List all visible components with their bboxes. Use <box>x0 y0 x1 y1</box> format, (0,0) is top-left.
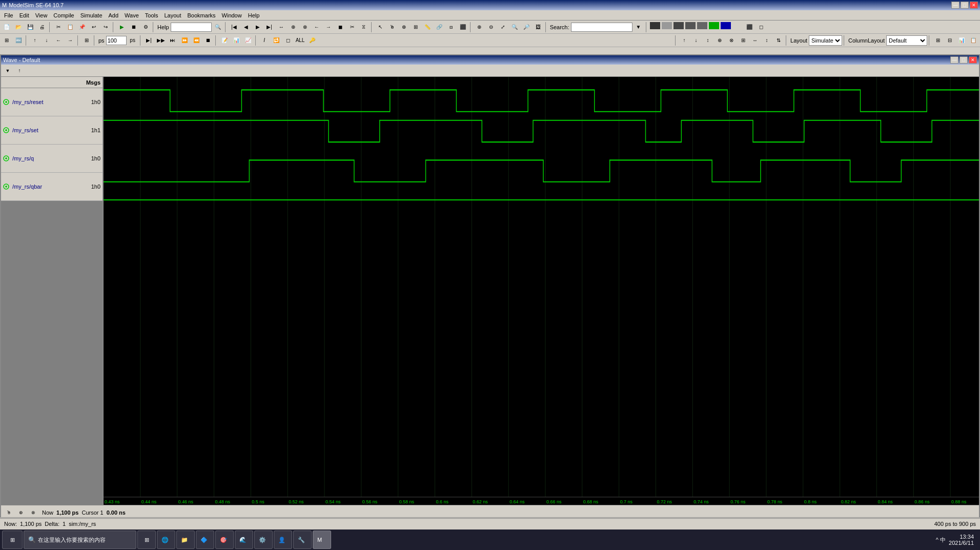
signal-row-q[interactable]: /my_rs/q 1h0 <box>1 145 103 173</box>
wave-nav-1[interactable]: |◀ <box>229 22 240 33</box>
menu-wave[interactable]: Wave <box>121 11 142 19</box>
search-go[interactable]: ▼ <box>633 22 644 33</box>
layout-btn-3[interactable]: 📊 <box>956 35 967 46</box>
wsub-1[interactable]: ▼ <box>2 65 13 76</box>
cursor-7[interactable]: ↔ <box>749 35 761 46</box>
layout-select[interactable]: Simulate Debug Default <box>809 35 842 46</box>
zoom-2[interactable]: ⊖ <box>485 22 497 33</box>
compile-button[interactable]: ⚙ <box>140 22 151 33</box>
tb2-2[interactable]: 🔤 <box>13 35 24 46</box>
cursor-4[interactable]: ⊕ <box>714 35 725 46</box>
layout-btn-2[interactable]: ⊟ <box>944 35 955 46</box>
zoom-6[interactable]: 🖼 <box>533 22 544 33</box>
waveform-canvas[interactable] <box>104 77 979 497</box>
cursor-dn[interactable]: ↓ <box>690 35 702 46</box>
tb2-right[interactable]: → <box>65 35 76 46</box>
copy-button[interactable]: 📋 <box>65 22 76 33</box>
layout-btn-4[interactable]: 📋 <box>968 35 979 46</box>
fmt-2[interactable]: ◻ <box>756 22 767 33</box>
menu-tools[interactable]: Tools <box>142 11 161 19</box>
menu-bookmarks[interactable]: Bookmarks <box>185 11 219 19</box>
menu-add[interactable]: Add <box>106 11 122 19</box>
tb2-wr1[interactable]: 📝 <box>219 35 230 46</box>
open-button[interactable]: 📂 <box>13 22 24 33</box>
taskbar-app5[interactable]: 👤 <box>274 531 292 549</box>
wave-close[interactable]: ✕ <box>969 56 977 64</box>
tb2-run4[interactable]: ⏩ <box>179 35 190 46</box>
tb2-wr3[interactable]: 📈 <box>242 35 254 46</box>
tb2-wr2[interactable]: 📊 <box>231 35 242 46</box>
help-input[interactable] <box>171 23 212 32</box>
color-5[interactable] <box>697 22 708 30</box>
zoom-1[interactable]: ⊕ <box>474 22 485 33</box>
signal-row-set[interactable]: /my_rs/set 1h1 <box>1 116 103 145</box>
wave-nav-5[interactable]: ↔ <box>276 22 287 33</box>
taskbar-modelsim[interactable]: M <box>313 531 331 549</box>
menu-compile[interactable]: Compile <box>50 11 77 19</box>
wave-maximize[interactable]: □ <box>959 56 968 64</box>
wave-nav-3[interactable]: ▶ <box>252 22 263 33</box>
wave-nav-2[interactable]: ◀ <box>240 22 252 33</box>
color-1[interactable] <box>649 22 661 30</box>
zoom-4[interactable]: 🔍 <box>509 22 520 33</box>
save-button[interactable]: 💾 <box>25 22 36 33</box>
color-7[interactable] <box>720 22 731 30</box>
menu-edit[interactable]: Edit <box>16 11 32 19</box>
zoom-5[interactable]: 🔎 <box>521 22 532 33</box>
menu-layout[interactable]: Layout <box>161 11 185 19</box>
tool-4[interactable]: ⊞ <box>410 22 421 33</box>
menu-view[interactable]: View <box>32 11 51 19</box>
taskbar-edge[interactable]: 🌐 <box>157 531 175 549</box>
help-go[interactable]: 🔍 <box>212 22 223 33</box>
title-bar-controls[interactable]: — □ ✕ <box>951 2 978 9</box>
cursor-9[interactable]: ⇅ <box>773 35 784 46</box>
tool-8[interactable]: ⬛ <box>457 22 468 33</box>
tb2-run1[interactable]: ▶| <box>144 35 155 46</box>
tb2-left[interactable]: ← <box>53 35 64 46</box>
signal-row-qbar[interactable]: /my_rs/qbar 1h0 <box>1 173 103 201</box>
tool-5[interactable]: 📏 <box>422 22 433 33</box>
taskbar-app6[interactable]: 🔧 <box>293 531 312 549</box>
start-button[interactable]: ⊞ <box>2 531 23 549</box>
taskbar-app3[interactable]: 🌊 <box>235 531 253 549</box>
cursor-up[interactable]: ↑ <box>679 35 690 46</box>
tb2-all[interactable]: ALL <box>294 35 307 46</box>
tool-6[interactable]: 🔗 <box>434 22 445 33</box>
menu-help[interactable]: Help <box>245 11 263 19</box>
search-input[interactable] <box>571 23 632 32</box>
tool-1[interactable]: ↖ <box>375 22 386 33</box>
menu-window[interactable]: Window <box>219 11 245 19</box>
stop-button[interactable]: ⏹ <box>128 22 139 33</box>
color-2[interactable] <box>661 22 672 30</box>
paste-button[interactable]: 📌 <box>76 22 88 33</box>
wave-nav-11[interactable]: ✂ <box>346 22 358 33</box>
wave-nav-4[interactable]: ▶| <box>264 22 275 33</box>
column-layout-select[interactable]: Default <box>886 35 927 46</box>
tb2-dn[interactable]: ↓ <box>41 35 52 46</box>
wave-nav-8[interactable]: ← <box>311 22 322 33</box>
search-bar[interactable]: 🔍 在这里输入你要搜索的内容 <box>24 531 136 549</box>
layout-btn-1[interactable]: ⊞ <box>932 35 944 46</box>
signal-row-reset[interactable]: /my_rs/reset 1h0 <box>1 88 103 116</box>
menu-simulate[interactable]: Simulate <box>77 11 106 19</box>
menu-file[interactable]: File <box>1 11 16 19</box>
tool-3[interactable]: ⊕ <box>398 22 410 33</box>
cursor-6[interactable]: ⊞ <box>738 35 749 46</box>
tb2-i[interactable]: I <box>259 35 270 46</box>
cut-button[interactable]: ✂ <box>53 22 64 33</box>
run-button[interactable]: ▶ <box>116 22 128 33</box>
wave-minimize[interactable]: — <box>950 56 958 64</box>
taskbar-app1[interactable]: 🔷 <box>196 531 214 549</box>
wave-nav-7[interactable]: ⊗ <box>299 22 311 33</box>
fmt-1[interactable]: ⬛ <box>744 22 755 33</box>
wave-nav-10[interactable]: ◼ <box>335 22 346 33</box>
minimize-button[interactable]: — <box>951 2 959 9</box>
taskbar-folder[interactable]: 📁 <box>176 531 195 549</box>
cursor-lr[interactable]: ↕ <box>702 35 713 46</box>
cursor-8[interactable]: ↕ <box>761 35 772 46</box>
tb2-run2[interactable]: ▶▶ <box>155 35 167 46</box>
tb2-run5[interactable]: ⏪ <box>191 35 202 46</box>
print-button[interactable]: 🖨 <box>36 22 48 33</box>
tb2-run3[interactable]: ⏭ <box>167 35 178 46</box>
close-button[interactable]: ✕ <box>970 2 978 9</box>
